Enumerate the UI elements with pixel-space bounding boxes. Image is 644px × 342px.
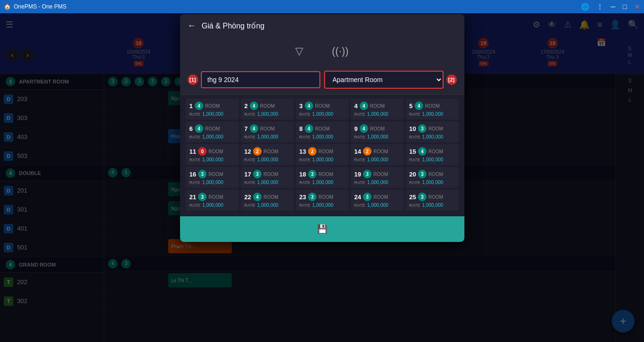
grid-cell-9[interactable]: 9 4 ROOM RATE 1,000,000 bbox=[351, 121, 404, 142]
grid-cell-18[interactable]: 18 3 ROOM RATE 1,000,000 bbox=[296, 167, 349, 188]
grid-row-1: 1 4 ROOM RATE 1,000,000 2 4 ROOM bbox=[186, 99, 459, 120]
app-title: OnePMS - One PMS bbox=[14, 3, 66, 10]
grid-cell-16[interactable]: 16 3 ROOM RATE 1,000,000 bbox=[186, 167, 239, 188]
app-logo: 🏠 bbox=[4, 3, 11, 10]
titlebar-left: 🏠 OnePMS - One PMS bbox=[4, 3, 66, 10]
modal-save-button[interactable]: 💾 bbox=[180, 216, 464, 242]
grid-row-5: 21 3 ROOM RATE 1,000,000 22 4 ROOM bbox=[186, 190, 459, 211]
grid-cell-19[interactable]: 19 3 ROOM RATE 1,000,000 bbox=[351, 167, 404, 188]
grid-row-4: 16 3 ROOM RATE 1,000,000 17 3 ROOM bbox=[186, 167, 459, 188]
grid-cell-8[interactable]: 8 4 ROOM RATE 1,000,000 bbox=[296, 121, 349, 142]
grid-cell-15[interactable]: 15 4 ROOM RATE 1,000,000 bbox=[406, 144, 459, 165]
titlebar: 🏠 OnePMS - One PMS 🌐 ⋮ ─ □ ✕ bbox=[0, 0, 644, 13]
grid-cell-21[interactable]: 21 3 ROOM RATE 1,000,000 bbox=[186, 190, 239, 211]
grid-cell-13[interactable]: 13 2 ROOM RATE 1,000,000 bbox=[296, 144, 349, 165]
more-icon[interactable]: ⋮ bbox=[597, 3, 603, 10]
grid-row-3: 11 0 ROOM RATE 1,000,000 12 2 ROOM bbox=[186, 144, 459, 165]
room-type-select[interactable]: Apartment Room Double Grand Room bbox=[324, 71, 444, 89]
modal-filters: [1] Apartment Room Double Grand Room [2] bbox=[180, 65, 464, 95]
modal-title: Giá & Phòng trống bbox=[202, 21, 265, 30]
grid-cell-22[interactable]: 22 4 ROOM RATE 1,000,000 bbox=[241, 190, 294, 211]
grid-cell-12[interactable]: 12 2 ROOM RATE 1,000,000 bbox=[241, 144, 294, 165]
grid-cell-17[interactable]: 17 3 ROOM RATE 1,000,000 bbox=[241, 167, 294, 188]
titlebar-controls: 🌐 ⋮ ─ □ ✕ bbox=[581, 3, 640, 10]
modal-availability-grid: 1 4 ROOM RATE 1,000,000 2 4 ROOM bbox=[180, 95, 464, 216]
modal-icon-wifi: ▽ bbox=[295, 45, 303, 57]
minimize-icon[interactable]: ─ bbox=[611, 3, 616, 10]
month-filter-input[interactable] bbox=[201, 71, 320, 88]
filter-label-1: [1] bbox=[188, 74, 198, 85]
price-availability-modal: ← Giá & Phòng trống ▽ ((·)) [1] Apartmen… bbox=[180, 14, 464, 242]
filter-label-2: [2] bbox=[446, 74, 457, 85]
modal-overlay: ← Giá & Phòng trống ▽ ((·)) [1] Apartmen… bbox=[0, 0, 644, 342]
grid-row-2: 6 4 ROOM RATE 1,000,000 7 4 ROOM bbox=[186, 121, 459, 142]
save-icon: 💾 bbox=[317, 224, 327, 234]
grid-cell-6[interactable]: 6 4 ROOM RATE 1,000,000 bbox=[186, 121, 239, 142]
wifi-icon: ▽ bbox=[295, 45, 303, 57]
grid-cell-25[interactable]: 25 3 ROOM RATE 1,000,000 bbox=[406, 190, 459, 211]
grid-cell-4[interactable]: 4 4 ROOM RATE 1,000,000 bbox=[351, 99, 404, 120]
maximize-icon[interactable]: □ bbox=[623, 3, 627, 10]
translate-icon[interactable]: 🌐 bbox=[581, 3, 589, 10]
grid-cell-23[interactable]: 23 3 ROOM RATE 1,000,000 bbox=[296, 190, 349, 211]
grid-cell-2[interactable]: 2 4 ROOM RATE 1,000,000 bbox=[241, 99, 294, 120]
grid-cell-1[interactable]: 1 4 ROOM RATE 1,000,000 bbox=[186, 99, 239, 120]
signal-icon: ((·)) bbox=[332, 45, 348, 57]
grid-cell-5[interactable]: 5 4 ROOM RATE 1,000,000 bbox=[406, 99, 459, 120]
grid-cell-3[interactable]: 3 4 ROOM RATE 1,000,000 bbox=[296, 99, 349, 120]
grid-cell-11[interactable]: 11 0 ROOM RATE 1,000,000 bbox=[186, 144, 239, 165]
grid-cell-14[interactable]: 14 2 ROOM RATE 1,000,000 bbox=[351, 144, 404, 165]
modal-header: ← Giá & Phòng trống bbox=[180, 14, 464, 37]
grid-cell-24[interactable]: 24 3 ROOM RATE 1,000,000 bbox=[351, 190, 404, 211]
modal-icon-signal: ((·)) bbox=[332, 45, 348, 57]
modal-back-button[interactable]: ← bbox=[188, 21, 196, 31]
grid-cell-7[interactable]: 7 4 ROOM RATE 1,000,000 bbox=[241, 121, 294, 142]
modal-icons-row: ▽ ((·)) bbox=[180, 37, 464, 65]
grid-cell-20[interactable]: 20 3 ROOM RATE 1,000,000 bbox=[406, 167, 459, 188]
grid-cell-10[interactable]: 10 3 ROOM RATE 1,000,000 bbox=[406, 121, 459, 142]
close-icon[interactable]: ✕ bbox=[635, 3, 640, 10]
